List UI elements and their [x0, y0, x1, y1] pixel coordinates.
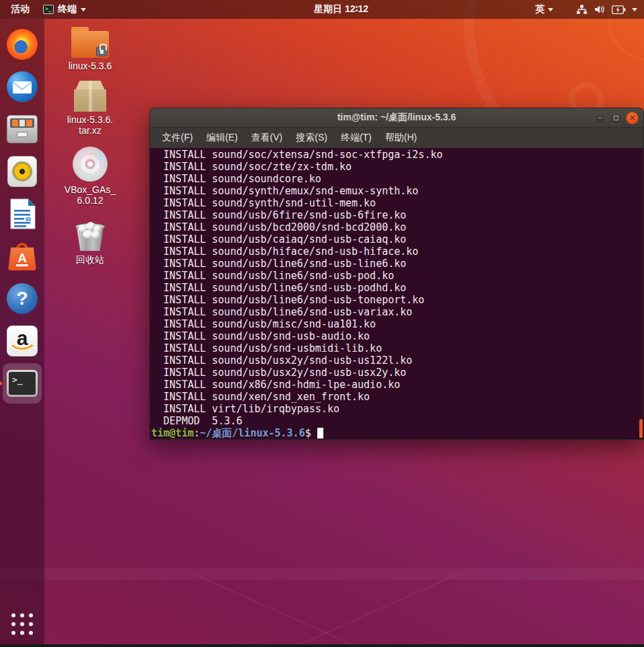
desktop-icon-linux-folder[interactable]: linux-5.3.6 — [59, 27, 121, 71]
terminal-mini-icon: >_ — [43, 5, 54, 14]
terminal-output-line: INSTALL sound/usb/bcd2000/snd-bcd2000.ko — [151, 221, 643, 233]
wallpaper-line — [194, 574, 458, 647]
terminal-output-line: INSTALL sound/synth/snd-util-mem.ko — [151, 197, 643, 209]
maximize-button[interactable] — [610, 112, 622, 124]
terminal-titlebar[interactable]: tim@tim: ~/桌面/linux-5.3.6 − ✕ — [149, 108, 644, 128]
clock[interactable]: 星期日 12∶12 — [314, 0, 368, 19]
archive-box-icon — [73, 81, 108, 112]
network-wired-icon — [576, 4, 588, 15]
lock-emblem-icon — [96, 46, 108, 56]
cd-disc-icon — [73, 147, 108, 182]
terminal-output-line: INSTALL sound/usb/line6/snd-usb-variax.k… — [151, 306, 643, 318]
desktop-icon-label: 回收站 — [76, 254, 104, 265]
desktop-icon-area: linux-5.3.6 linux-5.3.6. tar.xz VBox_GAs… — [59, 27, 121, 275]
question-mark-icon: ? — [7, 283, 38, 314]
dock-item-thunderbird[interactable] — [3, 67, 42, 107]
speaker-icon — [7, 156, 37, 187]
terminal-output-line: INSTALL sound/soc/zte/zx-tdm.ko — [151, 161, 643, 173]
app-menu-label: 终端 — [58, 3, 77, 15]
maximize-icon — [614, 116, 618, 120]
terminal-output-line: INSTALL sound/xen/snd_xen_front.ko — [151, 391, 643, 403]
prompt-user: tim@tim — [151, 427, 194, 439]
terminal-output-line: INSTALL sound/usb/line6/snd-usb-pod.ko — [151, 270, 643, 282]
dock-item-ubuntu-software[interactable]: A — [3, 236, 42, 276]
dock-item-amazon[interactable]: a — [3, 321, 42, 361]
wallpaper-line — [194, 574, 458, 647]
chevron-down-icon — [632, 8, 637, 11]
terminal-menubar: 文件(F)编辑(E)查看(V)搜索(S)终端(T)帮助(H) — [149, 128, 644, 148]
terminal-scrollbar[interactable] — [639, 419, 643, 438]
desktop-icon-label: VBox_GAs_ 6.0.12 — [65, 184, 116, 206]
wallpaper-band — [0, 568, 644, 580]
app-menu[interactable]: >_ 终端 — [43, 3, 86, 15]
terminal-output-line: INSTALL sound/soundcore.ko — [151, 173, 643, 185]
firefox-icon — [7, 29, 38, 60]
terminal-prompt: tim@tim:~/桌面/linux-5.3.6$ — [151, 427, 643, 439]
amazon-icon: a — [7, 326, 38, 356]
terminal-icon: >_ — [7, 370, 38, 397]
chevron-down-icon — [548, 8, 553, 11]
dock: A ? a >_ — [0, 19, 44, 647]
dock-item-firefox[interactable] — [3, 24, 42, 65]
prompt-path: ~/桌面/linux-5.3.6 — [200, 427, 305, 439]
window-title: tim@tim: ~/桌面/linux-5.3.6 — [337, 112, 456, 124]
terminal-output-line: INSTALL sound/usb/line6/snd-usb-toneport… — [151, 294, 643, 306]
terminal-output-line: INSTALL sound/usb/line6/snd-usb-line6.ko — [151, 258, 643, 270]
prompt-symbol: $ — [305, 427, 311, 439]
desktop-icon-trash[interactable]: 回收站 — [59, 219, 121, 265]
software-bag-icon: A — [7, 241, 38, 272]
activities-button[interactable]: 活动 — [8, 2, 32, 17]
terminal-output-line: INSTALL sound/usb/usx2y/snd-usb-usx2y.ko — [151, 367, 643, 379]
terminal-output: INSTALL sound/soc/xtensa/snd-soc-xtfpga-… — [151, 149, 643, 427]
terminal-output-line: INSTALL sound/usb/6fire/snd-usb-6fire.ko — [151, 209, 643, 221]
terminal-output-line: DEPMOD 5.3.6 — [151, 415, 643, 427]
terminal-output-line: INSTALL sound/usb/usx2y/snd-usb-us122l.k… — [151, 354, 643, 367]
terminal-output-line: INSTALL sound/usb/misc/snd-ua101.ko — [151, 318, 643, 330]
menu-item[interactable]: 搜索(S) — [289, 132, 334, 144]
terminal-output-line: INSTALL sound/usb/snd-usb-audio.ko — [151, 330, 643, 342]
terminal-output-line: INSTALL sound/soc/xtensa/snd-soc-xtfpga-… — [151, 149, 643, 161]
terminal-output-line: INSTALL sound/usb/hiface/snd-usb-hiface.… — [151, 245, 643, 258]
terminal-output-line: INSTALL sound/usb/caiaq/snd-usb-caiaq.ko — [151, 233, 643, 245]
dock-item-terminal[interactable]: >_ — [3, 363, 42, 404]
terminal-output-line: INSTALL sound/x86/snd-hdmi-lpe-audio.ko — [151, 379, 643, 391]
desktop-icon-vbox-cd[interactable]: VBox_GAs_ 6.0.12 — [59, 147, 121, 206]
chevron-down-icon — [81, 8, 86, 11]
writer-document-icon — [8, 198, 36, 230]
volume-icon — [594, 4, 606, 15]
terminal-window: tim@tim: ~/桌面/linux-5.3.6 − ✕ 文件(F)编辑(E)… — [149, 108, 644, 440]
menu-item[interactable]: 文件(F) — [155, 132, 200, 144]
close-button[interactable]: ✕ — [626, 112, 639, 124]
terminal-output-line: INSTALL sound/usb/snd-usbmidi-lib.ko — [151, 342, 643, 354]
screen-bottom-edge — [0, 644, 644, 647]
menu-item[interactable]: 终端(T) — [334, 132, 378, 144]
terminal-content[interactable]: INSTALL sound/soc/xtensa/snd-soc-xtfpga-… — [149, 148, 644, 440]
dock-item-rhythmbox[interactable] — [3, 151, 42, 192]
minimize-button[interactable]: − — [594, 112, 606, 124]
dock-item-help[interactable]: ? — [3, 278, 42, 319]
terminal-cursor — [317, 428, 323, 439]
system-status-area[interactable]: 英 — [535, 0, 637, 19]
terminal-output-line: INSTALL sound/synth/emux/snd-emux-synth.… — [151, 185, 643, 197]
menu-item[interactable]: 编辑(E) — [200, 132, 245, 144]
thunderbird-icon — [7, 71, 38, 102]
terminal-output-line: INSTALL sound/usb/line6/snd-usb-podhd.ko — [151, 282, 643, 294]
dock-item-files[interactable] — [3, 109, 42, 149]
menu-item[interactable]: 查看(V) — [245, 132, 290, 144]
trash-full-icon — [73, 219, 107, 252]
input-method-indicator[interactable]: 英 — [535, 3, 553, 15]
show-applications-button[interactable] — [3, 605, 42, 643]
desktop-icon-tarball[interactable]: linux-5.3.6. tar.xz — [59, 81, 121, 136]
battery-charging-icon — [612, 5, 626, 14]
running-indicator-dot — [0, 381, 2, 385]
top-bar: 活动 >_ 终端 星期日 12∶12 英 — [0, 0, 644, 19]
terminal-output-line: INSTALL virt/lib/irqbypass.ko — [151, 403, 643, 415]
file-cabinet-icon — [7, 115, 38, 143]
desktop-icon-label: linux-5.3.6. tar.xz — [67, 114, 113, 136]
desktop-icon-label: linux-5.3.6 — [69, 61, 112, 71]
menu-item[interactable]: 帮助(H) — [378, 132, 424, 144]
prompt-separator: : — [194, 427, 200, 439]
dock-item-libreoffice-writer[interactable] — [3, 194, 42, 234]
folder-locked-icon — [71, 27, 109, 58]
